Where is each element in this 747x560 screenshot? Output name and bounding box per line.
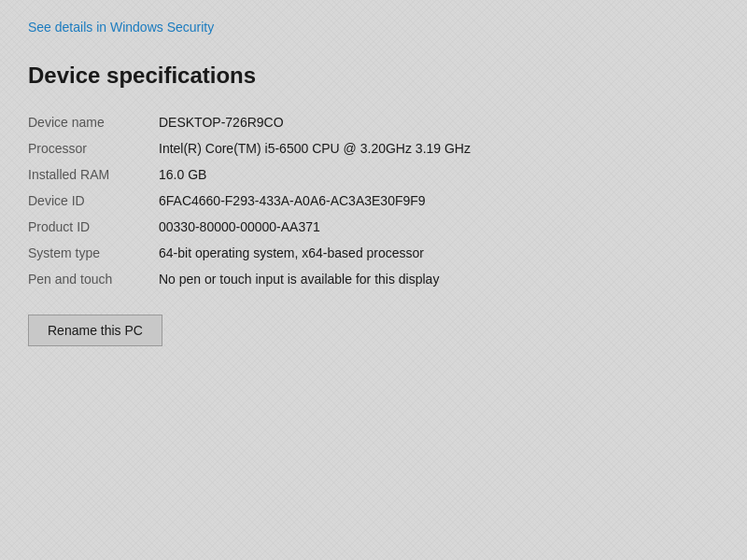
table-row: Product ID00330-80000-00000-AA371 <box>28 214 719 240</box>
page-container: See details in Windows Security Device s… <box>0 0 747 374</box>
table-row: ProcessorIntel(R) Core(TM) i5-6500 CPU @… <box>28 135 719 161</box>
spec-label: System type <box>28 240 159 266</box>
spec-value: Intel(R) Core(TM) i5-6500 CPU @ 3.20GHz … <box>159 135 719 161</box>
spec-value: 16.0 GB <box>159 161 719 188</box>
spec-label: Product ID <box>28 214 159 240</box>
spec-value: 6FAC4660-F293-433A-A0A6-AC3A3E30F9F9 <box>159 188 719 214</box>
table-row: Device ID6FAC4660-F293-433A-A0A6-AC3A3E3… <box>28 188 719 214</box>
table-row: System type64-bit operating system, x64-… <box>28 240 719 266</box>
spec-label: Device name <box>28 109 159 135</box>
spec-value: No pen or touch input is available for t… <box>159 266 719 292</box>
section-title: Device specifications <box>28 63 719 89</box>
table-row: Pen and touchNo pen or touch input is av… <box>28 266 719 292</box>
spec-label: Installed RAM <box>28 161 159 188</box>
spec-label: Processor <box>28 135 159 161</box>
spec-value: 64-bit operating system, x64-based proce… <box>159 240 719 266</box>
spec-label: Pen and touch <box>28 266 159 292</box>
spec-value: 00330-80000-00000-AA371 <box>159 214 719 240</box>
specs-table: Device nameDESKTOP-726R9COProcessorIntel… <box>28 109 719 292</box>
rename-pc-button[interactable]: Rename this PC <box>28 315 162 346</box>
spec-value: DESKTOP-726R9CO <box>159 109 719 135</box>
spec-label: Device ID <box>28 188 159 214</box>
table-row: Installed RAM16.0 GB <box>28 161 719 188</box>
table-row: Device nameDESKTOP-726R9CO <box>28 109 719 135</box>
windows-security-link[interactable]: See details in Windows Security <box>28 20 214 35</box>
